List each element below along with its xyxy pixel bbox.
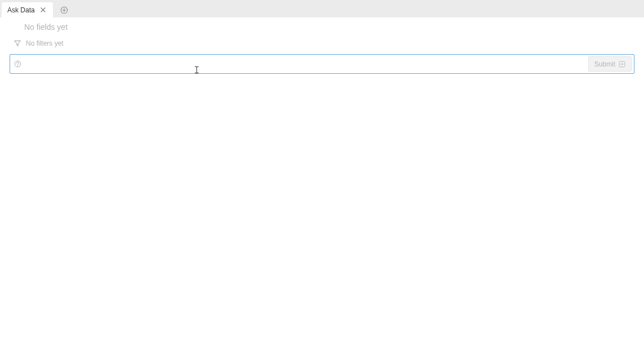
submit-button[interactable]: Submit <box>588 56 632 72</box>
query-input[interactable] <box>21 55 588 73</box>
fields-empty-label: No fields yet <box>24 23 68 32</box>
submit-arrow-icon <box>619 61 625 68</box>
help-icon[interactable] <box>14 60 21 68</box>
svg-point-2 <box>17 65 17 66</box>
filters-row: No filters yet <box>0 37 644 50</box>
fields-empty-text: No fields yet <box>0 17 644 37</box>
content-area: No fields yet No filters yet Submit <box>0 17 644 74</box>
filter-icon <box>14 40 21 47</box>
tab-label: Ask Data <box>7 6 35 14</box>
tab-bar: Ask Data <box>0 0 644 17</box>
filters-empty-label: No filters yet <box>26 39 64 47</box>
submit-label: Submit <box>594 60 615 68</box>
tab-ask-data[interactable]: Ask Data <box>2 2 53 17</box>
add-tab-button[interactable] <box>56 2 72 17</box>
query-box: Submit <box>10 54 634 74</box>
query-container: Submit <box>10 54 634 74</box>
close-icon[interactable] <box>39 6 47 14</box>
